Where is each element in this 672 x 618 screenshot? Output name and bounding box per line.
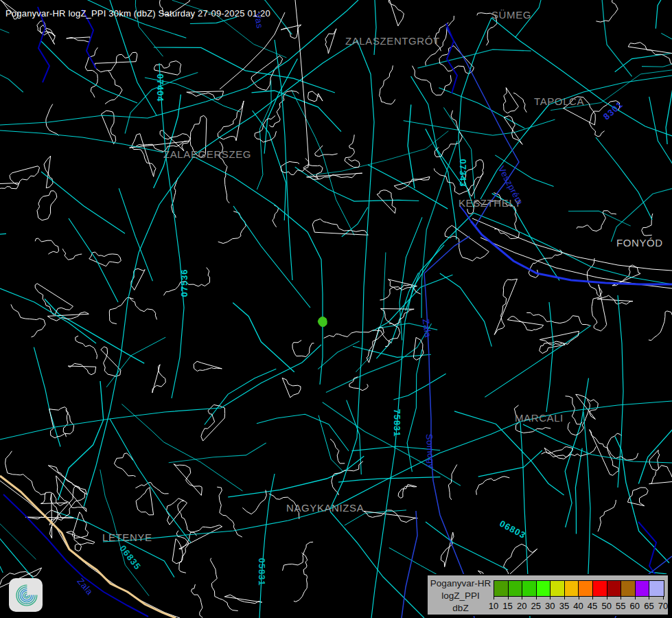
map-line <box>494 279 517 334</box>
map-line <box>10 166 40 185</box>
map-line <box>398 485 417 499</box>
map-line <box>356 253 386 372</box>
legend-tick-mark <box>621 596 621 599</box>
map-line <box>190 17 237 24</box>
map-line <box>424 273 474 618</box>
map-line <box>402 511 417 618</box>
map-line <box>315 146 338 157</box>
map-line <box>154 95 181 189</box>
map-line <box>324 330 392 343</box>
map-line <box>615 49 672 72</box>
map-line <box>62 249 82 260</box>
map-line <box>38 7 49 82</box>
map-line <box>58 381 104 500</box>
legend-color-swatch <box>593 581 607 596</box>
map-line <box>408 104 415 188</box>
legend-tick-mark <box>592 596 593 599</box>
map-line <box>210 558 237 611</box>
map-line <box>326 323 432 392</box>
legend-color-swatch <box>509 581 523 596</box>
map-line <box>592 285 607 332</box>
map-line <box>380 65 395 104</box>
map-line <box>5 451 47 495</box>
map-line <box>269 494 299 519</box>
map-line <box>68 363 96 375</box>
map-line <box>310 131 448 176</box>
legend-color-swatch <box>494 581 509 596</box>
map-line <box>109 298 133 324</box>
map-line <box>218 101 244 141</box>
map-line <box>577 211 616 231</box>
map-line <box>103 509 330 542</box>
map-line <box>649 97 672 220</box>
spiral-icon <box>12 581 40 610</box>
map-line <box>194 157 323 317</box>
map-line <box>228 456 364 497</box>
map-line <box>187 91 224 100</box>
map-line <box>0 525 3 573</box>
map-line <box>49 486 84 525</box>
map-line <box>439 46 474 74</box>
legend-tick-mark <box>663 596 664 599</box>
map-line <box>439 88 524 128</box>
map-line <box>342 207 368 237</box>
legend-color-swatch <box>636 581 650 596</box>
map-line <box>85 47 97 98</box>
legend-tick-mark <box>536 596 537 599</box>
map-line <box>174 464 202 496</box>
map-line <box>445 225 489 261</box>
met-logo <box>9 578 43 612</box>
map-line <box>330 512 424 618</box>
map-line <box>282 378 301 398</box>
map-line <box>656 0 665 29</box>
map-line <box>194 41 357 155</box>
map-line <box>160 0 190 16</box>
map-line <box>135 483 168 494</box>
map-line <box>474 213 672 284</box>
map-line <box>25 510 73 519</box>
map-line <box>523 424 672 463</box>
map-line <box>34 347 60 447</box>
map-line <box>446 23 457 93</box>
map-line <box>332 461 363 495</box>
map-line <box>82 10 96 69</box>
map-line <box>192 584 203 618</box>
legend-color-swatch <box>607 581 622 596</box>
map-line <box>459 18 491 207</box>
legend-panel: Poganyvar-HR logZ_PPI dbZ 10152025303540… <box>426 574 669 616</box>
map-line <box>575 448 582 534</box>
map-line <box>63 410 68 437</box>
map-line <box>413 66 452 95</box>
map-line <box>353 346 431 357</box>
legend-color-swatch <box>621 581 636 596</box>
map-line <box>446 27 519 227</box>
legend-color-swatch <box>565 581 579 596</box>
map-line <box>163 268 209 296</box>
map-line <box>380 309 414 325</box>
map-line <box>190 115 207 157</box>
map-line <box>417 49 531 68</box>
map-line <box>320 321 323 385</box>
map-line <box>220 12 285 89</box>
map-line <box>0 498 36 560</box>
map-canvas <box>0 0 672 618</box>
map-line <box>130 298 157 320</box>
map-line <box>135 0 163 56</box>
map-line <box>642 34 672 67</box>
map-line <box>615 437 669 563</box>
map-line <box>526 312 590 325</box>
map-line <box>130 141 190 151</box>
map-line <box>495 155 553 187</box>
map-line <box>89 252 121 266</box>
legend-tick-mark <box>635 596 636 599</box>
map-line <box>393 374 445 400</box>
legend-color-bar <box>494 580 664 597</box>
map-line <box>50 494 58 538</box>
map-line <box>312 219 368 236</box>
map-line <box>568 211 631 226</box>
map-line <box>0 233 6 251</box>
map-line <box>435 111 462 157</box>
map-line <box>382 0 404 26</box>
map-line <box>649 311 672 341</box>
map-line <box>172 539 183 564</box>
